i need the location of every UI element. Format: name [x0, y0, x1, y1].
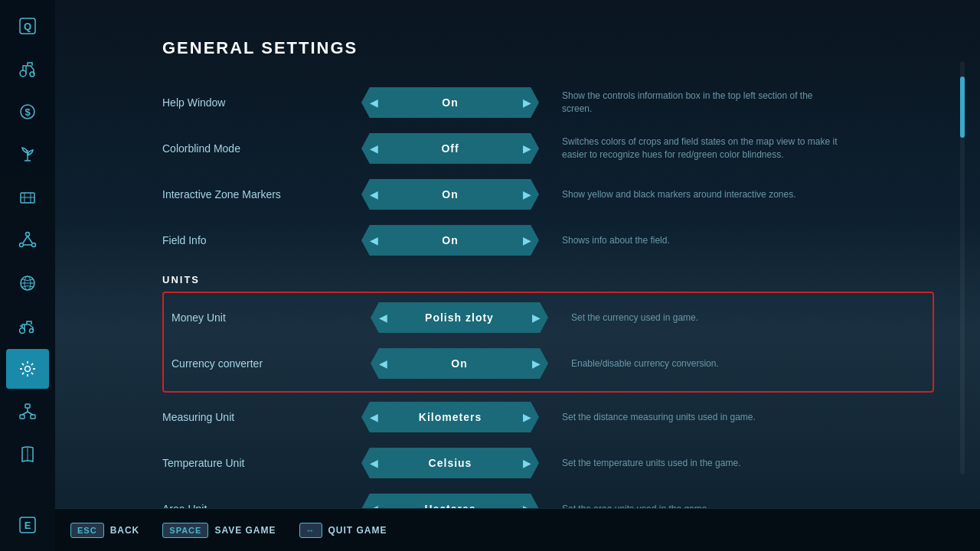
- field-info-next[interactable]: ▶: [511, 225, 539, 256]
- setting-row-zone-markers: Interactive Zone Markers ◀ On ▶ Show yel…: [162, 173, 934, 216]
- temperature-unit-desc: Set the temperature units used in the ga…: [562, 457, 740, 470]
- sidebar: Q $: [0, 0, 55, 551]
- colorblind-label: Colorblind Mode: [162, 142, 361, 155]
- space-key-badge: SPACE: [162, 523, 208, 538]
- money-unit-control: ◀ Polish zloty ▶: [371, 302, 548, 333]
- currency-converter-prev[interactable]: ◀: [371, 348, 398, 379]
- temperature-unit-control: ◀ Celsius ▶: [361, 448, 539, 478]
- currency-converter-label: Currency converter: [172, 357, 371, 370]
- sidebar-item-tractor[interactable]: [6, 49, 49, 89]
- area-unit-desc: Set the area units used in the game.: [562, 503, 710, 508]
- save-game-label: SAVE GAME: [214, 525, 276, 536]
- page-title: GENERAL SETTINGS: [162, 38, 934, 58]
- sidebar-item-map[interactable]: [6, 178, 49, 217]
- sidebar-item-settings[interactable]: [6, 349, 49, 389]
- measuring-unit-next[interactable]: ▶: [511, 402, 539, 432]
- help-window-desc: Show the controls information box in the…: [562, 90, 838, 116]
- money-unit-next[interactable]: ▶: [521, 302, 548, 333]
- temperature-unit-value: Celsius: [389, 448, 511, 478]
- sidebar-item-book[interactable]: [6, 435, 49, 474]
- area-unit-label: Area Unit: [162, 503, 361, 508]
- crop-icon: [17, 144, 38, 165]
- field-info-label: Field Info: [162, 234, 361, 246]
- svg-point-7: [26, 233, 30, 236]
- svg-point-14: [25, 367, 31, 372]
- bottom-bar: ESC BACK SPACE SAVE GAME ↔ QUIT GAME: [55, 508, 980, 551]
- settings-icon: [17, 358, 38, 380]
- sidebar-item-e[interactable]: E: [6, 505, 49, 545]
- area-unit-value: Hectares: [389, 494, 511, 508]
- setting-row-colorblind: Colorblind Mode ◀ Off ▶ Switches colors …: [162, 127, 934, 170]
- svg-point-9: [32, 243, 36, 247]
- field-info-value: On: [389, 225, 511, 256]
- area-unit-control: ◀ Hectares ▶: [361, 494, 539, 508]
- money-unit-desc: Set the currency used in game.: [571, 311, 698, 324]
- svg-text:E: E: [24, 520, 31, 531]
- svg-text:Q: Q: [24, 21, 31, 32]
- quit-game-button[interactable]: ↔ QUIT GAME: [299, 523, 387, 538]
- zone-markers-next[interactable]: ▶: [511, 179, 539, 210]
- sidebar-item-network[interactable]: [6, 220, 49, 260]
- help-window-control: ◀ On ▶: [361, 87, 539, 118]
- quit-game-label: QUIT GAME: [328, 525, 387, 536]
- back-label: BACK: [110, 525, 140, 536]
- measuring-unit-label: Measuring Unit: [162, 411, 361, 423]
- zone-markers-label: Interactive Zone Markers: [162, 188, 361, 201]
- sidebar-item-nodes[interactable]: [6, 392, 49, 432]
- book-icon: [17, 444, 38, 465]
- zone-markers-value: On: [389, 179, 511, 210]
- measuring-unit-control: ◀ Kilometers ▶: [361, 402, 539, 432]
- currency-converter-value: On: [398, 348, 521, 379]
- currency-converter-next[interactable]: ▶: [521, 348, 548, 379]
- help-window-prev[interactable]: ◀: [361, 87, 389, 118]
- main-panel: GENERAL SETTINGS Help Window ◀ On ▶ Show…: [55, 0, 980, 551]
- sidebar-item-money[interactable]: $: [6, 92, 49, 132]
- field-info-prev[interactable]: ◀: [361, 225, 389, 256]
- section-units-header: UNITS: [162, 274, 934, 285]
- measuring-unit-prev[interactable]: ◀: [361, 402, 389, 432]
- setting-row-help-window: Help Window ◀ On ▶ Show the controls inf…: [162, 81, 934, 124]
- sidebar-item-crop[interactable]: [6, 135, 49, 174]
- zone-markers-control: ◀ On ▶: [361, 179, 539, 210]
- svg-rect-16: [20, 415, 24, 419]
- globe-icon: [17, 272, 38, 294]
- temperature-unit-label: Temperature Unit: [162, 457, 361, 469]
- setting-row-measuring-unit: Measuring Unit ◀ Kilometers ▶ Set the di…: [162, 396, 934, 439]
- currency-converter-control: ◀ On ▶: [371, 348, 548, 379]
- nodes-icon: [17, 401, 38, 422]
- temperature-unit-next[interactable]: ▶: [511, 448, 539, 478]
- back-button[interactable]: ESC BACK: [70, 523, 139, 538]
- save-game-button[interactable]: SPACE SAVE GAME: [162, 523, 276, 538]
- highlight-box: Money Unit ◀ Polish zloty ▶ Set the curr…: [162, 292, 934, 393]
- measuring-unit-desc: Set the distance measuring units used in…: [562, 411, 756, 424]
- colorblind-prev[interactable]: ◀: [361, 133, 389, 164]
- setting-row-area-unit: Area Unit ◀ Hectares ▶ Set the area unit…: [162, 487, 934, 508]
- network-icon: [17, 230, 38, 251]
- help-window-next[interactable]: ▶: [511, 87, 539, 118]
- colorblind-desc: Switches colors of crops and field state…: [562, 135, 838, 161]
- field-info-control: ◀ On ▶: [361, 225, 539, 256]
- setting-row-field-info: Field Info ◀ On ▶ Shows info about the f…: [162, 219, 934, 262]
- money-unit-prev[interactable]: ◀: [371, 302, 398, 333]
- money-unit-label: Money Unit: [172, 311, 371, 324]
- money-unit-value: Polish zloty: [398, 302, 521, 333]
- help-window-value: On: [389, 87, 511, 118]
- colorblind-next[interactable]: ▶: [511, 133, 539, 164]
- svg-text:$: $: [24, 106, 31, 118]
- colorblind-value: Off: [389, 133, 511, 164]
- area-unit-prev[interactable]: ◀: [361, 494, 389, 508]
- svg-point-2: [20, 70, 26, 77]
- area-unit-next[interactable]: ▶: [511, 494, 539, 508]
- zone-markers-desc: Show yellow and black markers around int…: [562, 188, 795, 201]
- esc-key-badge: ESC: [70, 523, 104, 538]
- q-icon: Q: [17, 15, 38, 37]
- tractor-icon: [17, 58, 38, 80]
- temperature-unit-prev[interactable]: ◀: [361, 448, 389, 478]
- sidebar-item-q[interactable]: Q: [6, 6, 49, 46]
- currency-converter-desc: Enable/disable currency conversion.: [571, 357, 719, 370]
- sidebar-item-tractor2[interactable]: [6, 306, 49, 346]
- svg-rect-17: [31, 415, 35, 419]
- sidebar-item-globe[interactable]: [6, 263, 49, 303]
- svg-point-8: [20, 243, 24, 247]
- zone-markers-prev[interactable]: ◀: [361, 179, 389, 210]
